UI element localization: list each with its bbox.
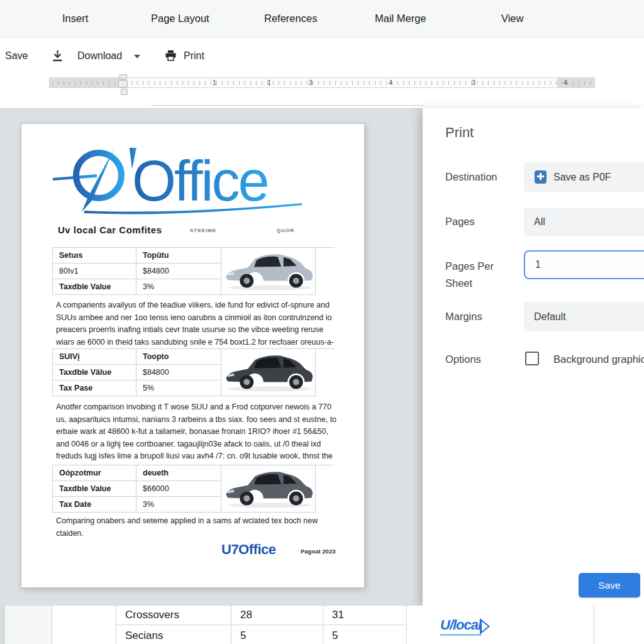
ruler-number: 4: [562, 79, 569, 86]
indent-marker-square[interactable]: [121, 89, 128, 95]
table-cell: 5%: [136, 380, 221, 396]
car-table-3: OópzotmurdeuethTaxdble Value$66000Tax Da…: [52, 465, 335, 513]
download-icon: [52, 50, 64, 65]
margins-label: Margins: [445, 311, 482, 323]
dark-suv-image: [221, 349, 316, 396]
table-cell: Toopto: [136, 349, 221, 365]
print-button[interactable]: Print: [184, 50, 204, 62]
document-subheading-2: QUOR: [277, 228, 294, 233]
background-document-strip: Crossovers2831Secians55 U/local: [0, 606, 644, 644]
table-cell: Tax Pase: [53, 380, 136, 396]
table-cell: Setuıs: [53, 248, 136, 264]
tab-mail-merge[interactable]: Mail Merge: [375, 13, 426, 25]
silver-suv-image: [221, 248, 316, 295]
tab-page-layout[interactable]: Page Layout: [151, 13, 209, 25]
background-graphics-label: Background graphics: [553, 353, 644, 365]
horizontal-ruler[interactable]: 113434: [49, 77, 595, 88]
page-right-edge: [594, 606, 594, 644]
document-preview-page: Office Uv local Car Comfites STEEIME QUO…: [21, 123, 365, 588]
margins-value: Default: [524, 311, 566, 323]
car-table-1: SetuısTopütu80Iv1$84800Taxdble Value3%: [52, 247, 335, 295]
destination-select[interactable]: Save as P0F: [524, 162, 644, 192]
paragraph-3: Comparing onabers and seteme applied in …: [56, 515, 339, 540]
margins-select[interactable]: Default: [524, 302, 644, 331]
app-window: InsertPage LayoutReferencesMail MergeVie…: [0, 0, 644, 644]
car-table-2: SUIVįTooptoTaxdble Välue$84800Tax Pase5%: [52, 348, 335, 396]
page-edge-line: [151, 105, 423, 106]
table-cell: SUIVį: [53, 349, 136, 365]
ulocal-logo: U/local: [440, 617, 490, 636]
gray-suv-image: [221, 465, 316, 513]
paragraph-2: Anotfer comparison invobing it T wose SU…: [56, 401, 339, 475]
table-cell: deueth: [136, 465, 221, 481]
document-footer-page-number: Pagoat 2023: [301, 548, 335, 555]
printer-icon: [165, 50, 177, 64]
table-cell: $84800: [136, 365, 221, 380]
pages-per-sheet-label: Pages Per Sheet: [445, 258, 514, 292]
table-cell: Topütu: [136, 248, 221, 264]
ruler-number: 1: [211, 79, 218, 86]
tab-insert[interactable]: Insert: [62, 13, 88, 25]
print-dialog-title: Print: [445, 125, 474, 141]
pages-per-sheet-input[interactable]: 1: [524, 250, 644, 279]
print-dialog: Print Destination Save as P0F Pages All …: [423, 108, 644, 606]
indent-marker-top[interactable]: [119, 74, 127, 79]
table-cell: Secians: [116, 625, 231, 644]
pages-label: Pages: [445, 216, 475, 228]
pdf-icon: [535, 170, 547, 184]
pages-value: All: [524, 216, 545, 228]
download-button[interactable]: Download: [77, 50, 122, 62]
ulocal-logo-text: U/local: [440, 617, 481, 636]
table-cell: Oópzotmur: [53, 465, 136, 481]
table-cell: Taxdble Value: [53, 279, 136, 295]
ruler-number: 4: [387, 79, 394, 86]
destination-label: Destination: [445, 171, 497, 183]
ruler-number: 3: [470, 79, 477, 86]
pages-select[interactable]: All: [524, 208, 644, 236]
options-label: Options: [445, 353, 481, 365]
tab-references[interactable]: References: [264, 13, 317, 25]
document-heading: Uv local Car Comfites: [58, 225, 162, 235]
table-cell: Taxdble Välue: [53, 365, 136, 380]
pages-per-sheet-value: 1: [525, 259, 541, 270]
ruler: 113434: [0, 69, 644, 108]
table-cell: 31: [323, 604, 407, 625]
table-cell: 3%: [136, 497, 221, 513]
destination-value: Save as P0F: [553, 172, 611, 183]
page-margin-strip: [5, 606, 52, 644]
ruler-number: 3: [308, 79, 314, 86]
background-graphics-checkbox[interactable]: [525, 352, 539, 365]
office-logo: Office: [52, 140, 306, 217]
table-cell: $84800: [136, 264, 221, 279]
svg-text:Office: Office: [132, 150, 267, 213]
table-cell: 5: [323, 625, 407, 644]
table-cell: 5: [231, 625, 323, 644]
indent-marker-bottom[interactable]: [118, 80, 128, 87]
table-cell: Crossovers: [116, 604, 231, 625]
ulocal-arrow-icon: [480, 618, 490, 635]
table-cell: 3%: [136, 279, 221, 295]
table-cell: 28: [231, 604, 323, 625]
tab-view[interactable]: View: [501, 13, 523, 25]
table-cell: 80Iv1: [53, 264, 136, 279]
table-cell: $66000: [136, 481, 221, 497]
ruler-number: 1: [266, 79, 272, 86]
print-save-button[interactable]: Save: [579, 573, 640, 597]
table-cell: Taxdble Value: [53, 481, 136, 497]
table-cell: Tax Date: [53, 497, 136, 513]
backdrop-edge: [0, 606, 5, 644]
chevron-down-icon[interactable]: [134, 55, 140, 58]
menu-bar: InsertPage LayoutReferencesMail MergeVie…: [0, 0, 644, 38]
document-subheading-1: STEEIME: [190, 228, 216, 233]
document-footer-logo: U7Office: [221, 541, 275, 558]
background-data-table: Crossovers2831Secians55: [116, 604, 406, 644]
save-button[interactable]: Save: [5, 50, 28, 62]
